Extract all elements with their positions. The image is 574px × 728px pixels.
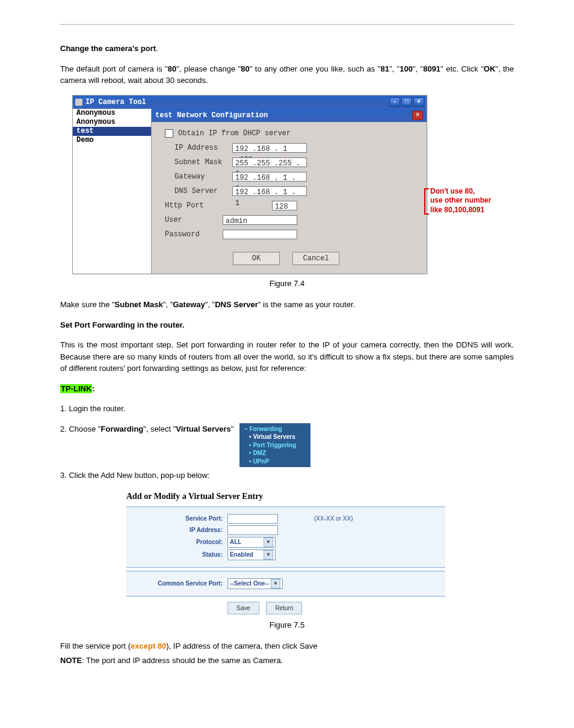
t: " to any other one you like, such as " xyxy=(250,64,381,73)
tail-line-1: Fill the service port (except 80), IP ad… xyxy=(60,640,514,652)
t: Forwarding xyxy=(249,426,282,432)
t: ), IP address of the camera, then click … xyxy=(166,641,317,650)
app-icon xyxy=(75,99,82,106)
protocol-select[interactable]: ALL▼ xyxy=(227,537,276,548)
password-label: Password xyxy=(165,229,223,240)
window-title: IP Camera Tool xyxy=(85,97,146,108)
ok-button[interactable]: OK xyxy=(233,252,280,265)
t: 8091 xyxy=(423,64,440,73)
user-label: User xyxy=(165,215,223,225)
tail-note: NOTE: The port and IP address should be … xyxy=(60,655,514,667)
return-button[interactable]: Return xyxy=(266,602,302,614)
device-list[interactable]: Anonymous Anonymous test Demo xyxy=(73,109,152,274)
t: 80 xyxy=(168,64,176,73)
figure-7-5-caption: Figure 7.5 xyxy=(60,619,514,631)
figure-7-4-caption: Figure 7.4 xyxy=(60,278,514,290)
section3-heading: Set Port Forwarding in the router. xyxy=(60,319,514,331)
t: 80 xyxy=(241,64,249,73)
port-label: Http Port xyxy=(165,200,223,211)
menu-item-upnp[interactable]: • UPnP xyxy=(244,457,307,466)
menu-item-dmz[interactable]: • DMZ xyxy=(244,449,307,457)
step-3: 3. Click the Add New button, pop-up belo… xyxy=(60,470,514,482)
t: Virtual Servers xyxy=(176,424,231,433)
section1-heading: Change the camera's port xyxy=(60,44,156,53)
mask-input[interactable]: 255 .255 .255 . 0 xyxy=(232,158,307,167)
cancel-button[interactable]: Cancel xyxy=(292,252,339,265)
status-label: Status: xyxy=(126,550,227,559)
close-button[interactable]: × xyxy=(413,97,424,107)
t: Forwarding xyxy=(101,424,144,433)
t: except 80 xyxy=(131,641,166,650)
paragraph: Make sure the "Subnet Mask", "Gateway", … xyxy=(60,299,514,311)
t: : xyxy=(92,384,94,393)
chevron-down-icon: ▼ xyxy=(264,537,273,547)
dialog-title: test Network Configuration xyxy=(155,110,268,121)
t: ", please change " xyxy=(176,64,241,73)
password-input[interactable] xyxy=(223,230,297,239)
t: NOTE xyxy=(60,656,82,665)
port-annotation: Don't use 80, use other number like 80,1… xyxy=(430,187,502,215)
ip-camera-tool-window: IP Camera Tool – □ × Anonymous Anonymous… xyxy=(72,95,427,274)
step-2: 2. Choose "Forwarding", select "Virtual … xyxy=(60,424,236,433)
list-item[interactable]: test xyxy=(73,127,151,136)
save-button[interactable]: Save xyxy=(227,602,259,614)
t: The default port of camera is " xyxy=(60,64,168,73)
step-1: 1. Login the router. xyxy=(60,403,514,415)
service-port-label: Service Port: xyxy=(126,514,227,523)
intro-paragraph: The default port of camera is "80", plea… xyxy=(60,63,514,87)
t: ", select " xyxy=(143,424,176,433)
t: : The port and IP address should be the … xyxy=(82,656,283,665)
section3-para: This is the most important step. Set por… xyxy=(60,339,514,375)
dhcp-label: Obtain IP from DHCP server xyxy=(178,128,291,139)
ip-label: IP Address xyxy=(174,142,232,153)
t: 100 xyxy=(400,64,413,73)
t: " xyxy=(231,424,234,433)
menu-item-virtual-servers[interactable]: • Virtual Servers xyxy=(244,433,307,441)
t: OK xyxy=(484,64,496,73)
protocol-label: Protocol: xyxy=(126,537,227,546)
ip-address-label: IP Address: xyxy=(126,525,227,534)
t: ", " xyxy=(413,64,423,73)
service-port-input[interactable] xyxy=(227,514,278,524)
t: use other number xyxy=(430,196,502,206)
close-icon[interactable]: × xyxy=(412,111,423,120)
maximize-button[interactable]: □ xyxy=(401,97,412,107)
t: 2. Choose " xyxy=(60,424,101,433)
list-item[interactable]: Demo xyxy=(73,136,151,145)
tp-link-label: TP-LINK xyxy=(60,384,92,393)
t: ", " xyxy=(389,64,400,73)
window-titlebar[interactable]: IP Camera Tool – □ × xyxy=(73,96,427,109)
t: Subnet Mask xyxy=(115,300,163,309)
dialog-titlebar[interactable]: test Network Configuration × xyxy=(152,109,427,122)
t: Make sure the " xyxy=(60,300,115,309)
chevron-down-icon: ▼ xyxy=(264,550,273,560)
csp-label: Common Service Port: xyxy=(126,579,227,588)
dns-label: DNS Server xyxy=(174,186,232,197)
forwarding-menu: – Forwarding • Virtual Servers • Port Tr… xyxy=(239,423,310,468)
service-port-hint: (XX-XX or XX) xyxy=(314,514,353,523)
user-input[interactable]: admin xyxy=(223,215,297,225)
t: Fill the service port ( xyxy=(60,641,131,650)
minimize-button[interactable]: – xyxy=(389,97,400,107)
t: Gateway xyxy=(173,300,205,309)
list-item[interactable]: Anonymous xyxy=(73,118,151,127)
gateway-label: Gateway xyxy=(174,171,232,182)
dns-input[interactable]: 192 .168 . 1 . 1 xyxy=(232,186,307,196)
dhcp-checkbox[interactable] xyxy=(165,129,173,138)
common-service-port-select[interactable]: --Select One--▼ xyxy=(227,578,283,589)
ip-address-input[interactable] xyxy=(227,525,278,535)
http-port-input[interactable]: 128 xyxy=(272,201,297,210)
t: Enabled xyxy=(230,550,253,559)
ip-input[interactable]: 192 .168 . 1 .128 xyxy=(232,143,307,153)
menu-item-port-triggering[interactable]: • Port Triggering xyxy=(244,441,307,450)
status-select[interactable]: Enabled▼ xyxy=(227,549,276,560)
gateway-input[interactable]: 192 .168 . 1 . 1 xyxy=(232,172,307,182)
chevron-down-icon: ▼ xyxy=(271,579,280,589)
t: ", " xyxy=(205,300,215,309)
t: DNS Server xyxy=(215,300,258,309)
t: ", " xyxy=(163,300,173,309)
t: 81 xyxy=(380,64,389,73)
list-item[interactable]: Anonymous xyxy=(73,109,151,118)
virtual-server-form: Add or Modify a Virtual Server Entry Ser… xyxy=(126,490,445,616)
t: Don't use 80, xyxy=(430,187,502,197)
